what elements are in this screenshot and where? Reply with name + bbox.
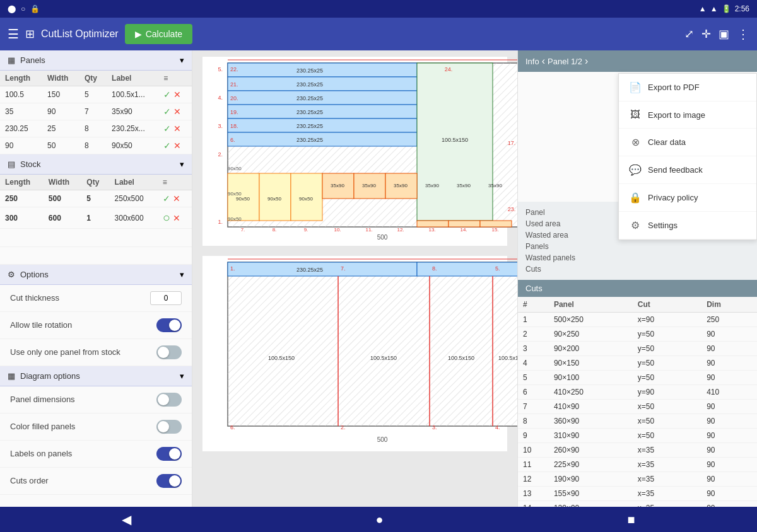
options-collapse-icon[interactable]: ▾	[180, 270, 184, 279]
cut-cut: x=35	[633, 487, 701, 501]
diagram-options-section: Panel dimensions Color filled panels Lab…	[0, 386, 192, 495]
stock-empty	[0, 229, 192, 265]
calculate-button[interactable]: ▶ Calculate	[125, 24, 192, 44]
diagram-area: 230.25x25 230.25x25 230.25x25 230.25x25 …	[192, 50, 517, 507]
panel-length: 35	[0, 103, 42, 120]
delete-icon[interactable]: ✕	[173, 90, 181, 100]
panel-dimensions-label: Panel dimensions	[10, 395, 75, 404]
panel-icon[interactable]: ▣	[719, 27, 729, 41]
svg-text:4.: 4.	[495, 424, 500, 431]
svg-text:35x90: 35x90	[362, 183, 376, 188]
diagram-options-collapse-icon[interactable]: ▾	[180, 371, 184, 381]
cut-cut: x=50	[633, 400, 701, 414]
cuts-scroll[interactable]: # Panel Cut Dim 1 500×250 x=90 250 2 90×…	[518, 297, 757, 507]
back-button[interactable]: ◀	[97, 507, 156, 532]
app-header-right: ⤢ ✛ ▣ ⋮	[684, 26, 749, 42]
cut-panel: 410×90	[549, 400, 633, 414]
export-image-item[interactable]: 🖼 Export to image	[619, 101, 756, 129]
panel-2-diagram[interactable]: 230.25x25 230.25x25 100.5x150 100.5x150 …	[202, 256, 507, 451]
stock-qty: 5	[81, 190, 109, 207]
panels-col-width: Width	[42, 71, 79, 86]
wifi-icon: ▲	[699, 4, 707, 13]
svg-text:35x90: 35x90	[331, 183, 344, 188]
edit-icon[interactable]: ○	[163, 211, 170, 225]
svg-text:230.25x25: 230.25x25	[296, 123, 323, 129]
delete-icon[interactable]: ✕	[173, 141, 181, 151]
panels-section-header[interactable]: ▦ Panels ▾	[0, 50, 192, 71]
panel-qty: 8	[79, 120, 107, 137]
options-section-header[interactable]: ⚙ Options ▾	[0, 265, 192, 285]
cut-panel: 360×90	[549, 414, 633, 429]
settings-item[interactable]: ⚙ Settings	[619, 212, 756, 240]
right-info-top: Info ‹ Panel 1/2 › 📄 Export to PDF 🖼 Exp…	[518, 50, 757, 280]
export-pdf-item[interactable]: 📄 Export to PDF	[619, 74, 756, 101]
cut-cut: y=50	[633, 371, 701, 385]
panel-label: 90x50	[107, 137, 158, 154]
svg-text:1.: 1.	[218, 219, 223, 225]
stock-collapse-icon[interactable]: ▾	[180, 159, 184, 169]
cut-dim: 250	[701, 313, 757, 327]
clear-data-item[interactable]: ⊗ Clear data	[619, 129, 756, 156]
cut-panel: 500×250	[549, 313, 633, 327]
delete-icon[interactable]: ✕	[173, 107, 181, 117]
edit-icon[interactable]: ✓	[163, 194, 170, 204]
delete-icon[interactable]: ✕	[173, 194, 180, 204]
cut-num: 4	[518, 356, 549, 371]
allow-rotation-toggle[interactable]	[156, 318, 182, 332]
cuts-header: Cuts	[518, 280, 757, 297]
recents-button[interactable]: ■	[602, 507, 660, 532]
use-only-one-toggle[interactable]	[156, 345, 182, 359]
move-icon[interactable]: ✛	[701, 27, 711, 41]
delete-icon[interactable]: ✕	[173, 124, 181, 134]
svg-rect-29	[449, 221, 480, 227]
options-label: Options	[20, 270, 49, 279]
svg-text:500: 500	[377, 234, 388, 241]
panels-label: Panels	[20, 55, 45, 65]
panel-1-svg: 230.25x25 230.25x25 230.25x25 230.25x25 …	[202, 57, 517, 246]
app-menu-icon[interactable]: ☰	[8, 26, 19, 42]
stat-wasted-panels: Wasted panels	[525, 252, 749, 263]
stock-width: 600	[44, 207, 81, 229]
diagram-options-label: Diagram options	[20, 371, 80, 381]
svg-text:7.: 7.	[341, 265, 346, 272]
cut-thickness-input[interactable]	[150, 291, 182, 305]
panels-col-actions: ≡	[158, 71, 192, 86]
svg-text:12.: 12.	[397, 227, 404, 233]
diagram-options-section-header[interactable]: ▦ Diagram options ▾	[0, 366, 192, 386]
clear-icon: ⊗	[629, 136, 642, 148]
cut-cut: y=90	[633, 385, 701, 400]
panel-dimensions-toggle[interactable]	[156, 393, 182, 407]
edit-icon[interactable]: ✓	[163, 107, 171, 117]
cut-num: 2	[518, 327, 549, 342]
stock-section-header[interactable]: ▤ Stock ▾	[0, 154, 192, 175]
stock-label: Stock	[20, 159, 41, 169]
home-button[interactable]: ●	[350, 507, 408, 532]
color-filled-toggle[interactable]	[156, 420, 182, 434]
cut-cut: x=35	[633, 472, 701, 487]
cut-dim: 90	[701, 327, 757, 342]
overflow-menu-icon[interactable]: ⋮	[737, 26, 749, 42]
privacy-policy-item[interactable]: 🔒 Privacy policy	[619, 184, 756, 212]
delete-icon[interactable]: ✕	[173, 213, 180, 223]
cut-panel: 410×250	[549, 385, 633, 400]
send-feedback-item[interactable]: 💬 Send feedback	[619, 156, 756, 184]
use-only-one-row: Use only one panel from stock	[0, 339, 192, 366]
edit-icon[interactable]: ✓	[163, 141, 171, 151]
status-bar: ⬤ ○ 🔒 ▲ ▲ 🔋 2:56	[0, 0, 757, 18]
cuts-row: 9 310×90 x=50 90	[518, 429, 757, 443]
info-nav-left[interactable]: ‹	[542, 55, 545, 67]
stock-length: 250	[0, 190, 44, 207]
stock-col-actions: ≡	[158, 175, 192, 190]
panel-1-diagram[interactable]: 230.25x25 230.25x25 230.25x25 230.25x25 …	[202, 57, 507, 246]
cut-panel: 90×250	[549, 327, 633, 342]
edit-icon[interactable]: ✓	[163, 90, 171, 100]
labels-on-panels-toggle[interactable]	[156, 447, 182, 461]
cuts-order-toggle[interactable]	[156, 474, 182, 488]
info-nav-right[interactable]: ›	[585, 55, 588, 67]
edit-icon[interactable]: ✓	[163, 124, 171, 134]
panels-collapse-icon[interactable]: ▾	[180, 55, 184, 65]
panels-icon: ▦	[8, 55, 15, 65]
expand-icon[interactable]: ⤢	[684, 27, 694, 41]
play-icon: ▶	[135, 29, 142, 39]
cut-num: 12	[518, 472, 549, 487]
